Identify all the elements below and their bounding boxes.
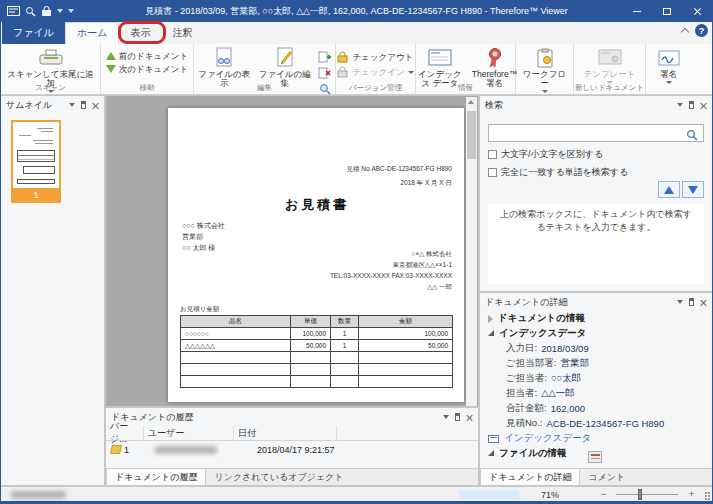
pin-icon[interactable] [689,298,694,306]
group-label-edit: 編集 [194,83,335,93]
history-row[interactable]: 1 2018/04/17 9:21:57 [106,441,478,458]
expander-collapsed-icon[interactable] [488,315,493,323]
file-edit-icon [274,47,296,69]
doc-table-label: お見積り金額 [180,305,219,314]
checkbox-icon[interactable] [488,168,497,177]
document-page: 見積 No.ABC-DE-1234567-FG H890 2018 年 X 月 … [168,108,464,402]
scrollbar-thumb[interactable] [467,111,476,159]
thumbnail-page-1[interactable]: 1 [11,120,61,203]
field-customer-dept: ご担当部署:営業部 [480,356,712,371]
delete-page-button[interactable] [317,66,332,80]
close-button[interactable] [682,0,712,22]
find-previous-button[interactable] [658,181,680,198]
zoom-out-button[interactable]: − [601,489,606,499]
ribbon-group-version: チェックアウト チェックイン バージョン管理 [336,44,416,94]
quick-access-toolbar [1,6,80,17]
chevron-down-icon [666,81,672,84]
field-customer-person: ご担当者:○○太郎 [480,371,712,386]
details-panel-title: ドキュメントの詳細 [485,296,567,309]
thumbnail-page-number: 1 [13,188,59,201]
field-quote-number: 見積No.:ACB-DE-1234567-FG H890 [480,416,712,431]
doc-sender: ○×△ 株式会社 東京都港区△△××1-1 TEL:03-XXXX-XXXX F… [330,248,452,292]
whole-word-option[interactable]: 完全に一致する単語を検索する [488,166,628,179]
tab-view[interactable]: 表示 [119,22,161,44]
minimize-button[interactable] [622,0,652,22]
rosette-icon [486,47,504,69]
tree-item-document-info[interactable]: ドキュメントの情報 [480,311,712,326]
doc-items-table: 品名 単価 数量 金額 ○○○○○○ 100,000 1 100,000 △△△… [180,315,453,388]
up-arrow-icon [106,52,116,60]
tab-linked-objects[interactable]: リンクされているオブジェクト [206,469,351,485]
zoom-slider[interactable] [616,494,678,495]
tab-annotation[interactable]: 注釈 [161,22,203,44]
zoom-slider-thumb[interactable] [638,489,642,500]
ribbon-group-sign: 署名 [646,44,691,94]
tree-item-index-data[interactable]: インデックスデータ [480,326,712,341]
checkout-button[interactable]: チェックアウト [337,51,413,63]
find-next-button[interactable] [682,181,704,198]
help-button[interactable]: ? [695,24,708,37]
version-icon [110,445,122,454]
table-row [181,376,453,388]
window-title: 見積書 - 2018/03/09, 営業部, ○○太郎, △△一郎, 162,0… [1,5,712,18]
close-panel-icon[interactable] [92,102,99,109]
expander-expanded-icon[interactable] [488,330,494,336]
zoom-in-button[interactable]: + [689,489,694,499]
checkout-lock-icon[interactable] [41,6,52,17]
index-data-link[interactable]: インデックスデータ [480,431,712,446]
tab-document-details[interactable]: ドキュメントの詳細 [480,469,580,485]
index-data-icon [428,47,452,69]
column-version[interactable]: バージ... [106,426,144,441]
next-document-button[interactable]: 次のドキュメント [106,64,188,74]
panel-menu-icon[interactable] [677,300,683,304]
page-add-icon [318,51,331,64]
maximize-button[interactable] [652,0,682,22]
group-label-info: 情報 [416,83,515,93]
table-row [181,364,453,376]
scroll-up-icon[interactable] [468,100,474,104]
doc-recipient: ○○○ 株式会社 営業部 ○○ 太郎 様 [182,220,225,253]
pin-icon[interactable] [81,101,86,109]
customize-toolbar-icon[interactable] [68,9,74,13]
tab-file[interactable]: ファイル [2,22,65,44]
add-page-button[interactable] [317,50,332,64]
file-icon [588,451,602,463]
column-date[interactable]: 日付 [234,426,337,441]
ribbon-group-edit: ファイルの表示 ファイルの編集 編集 [194,44,336,94]
document-scrollbar[interactable] [466,97,477,407]
close-panel-icon[interactable] [700,102,707,109]
match-case-option[interactable]: 大文字/小文字を区別する [488,148,603,161]
panel-menu-icon[interactable] [69,103,75,107]
checkbox-icon[interactable] [488,150,497,159]
group-label-scan: スキャン [1,83,100,93]
pin-icon[interactable] [689,101,694,109]
close-panel-icon[interactable] [700,299,707,306]
therefore-viewer-window: 見積書 - 2018/03/09, 営業部, ○○太郎, △△一郎, 162,0… [0,0,713,504]
index-card-icon [488,435,499,443]
column-user[interactable]: ユーザー [144,426,234,441]
tab-comments[interactable]: コメント [580,469,633,485]
sign-button[interactable]: 署名 [655,46,683,85]
checkin-button[interactable]: チェックイン [337,66,413,78]
tab-document-history[interactable]: ドキュメントの履歴 [106,469,206,485]
search-icon[interactable] [25,6,36,17]
search-input[interactable] [488,124,704,142]
maximize-icon [663,8,671,15]
previous-document-button[interactable]: 前のドキュメント [106,51,188,61]
panel-menu-icon[interactable] [443,415,449,419]
pin-icon[interactable] [455,413,460,421]
down-arrow-icon [688,186,698,194]
workflow-button[interactable]: ワークフロー [516,46,573,94]
collapse-ribbon-icon[interactable] [681,28,689,36]
index-card-icon[interactable] [7,6,20,16]
template-button[interactable]: テンプレート [581,46,639,85]
resize-grip[interactable] [704,491,711,500]
chevron-down-icon[interactable] [57,9,63,13]
panel-menu-icon[interactable] [677,103,683,107]
expander-expanded-icon[interactable] [488,450,494,456]
tab-home[interactable]: ホーム [65,22,119,44]
history-date: 2018/04/17 9:21:57 [257,445,335,455]
minimize-icon [633,11,641,12]
close-panel-icon[interactable] [466,414,473,421]
document-viewer[interactable]: 見積 No.ABC-DE-1234567-FG H890 2018 年 X 月 … [105,95,479,407]
